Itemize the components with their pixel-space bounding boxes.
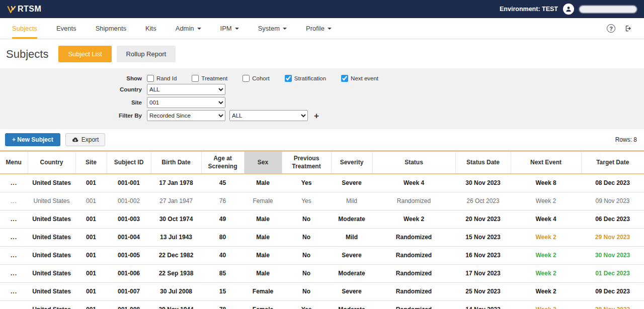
cell-menu[interactable]: ... (0, 210, 28, 228)
new-subject-button[interactable]: + New Subject (5, 133, 60, 146)
environment-label: Environment: TEST (500, 6, 558, 13)
cell-menu[interactable]: ... (0, 264, 28, 282)
checkbox[interactable] (147, 75, 154, 82)
column-header-menu[interactable]: Menu (0, 151, 28, 174)
show-option-treatment[interactable]: Treatment (192, 75, 227, 82)
nav-item-events[interactable]: Events (56, 18, 76, 39)
show-option-rand-id[interactable]: Rand Id (147, 75, 177, 82)
column-header-previous-treatment[interactable]: Previous Treatment (282, 151, 331, 174)
cell-sex: Female (244, 282, 282, 300)
cell-status-date: 16 Nov 2023 (455, 246, 511, 264)
cell-menu[interactable]: ... (0, 174, 28, 192)
nav-item-subjects[interactable]: Subjects (12, 18, 37, 39)
cell-target-date: 06 Dec 2023 (581, 210, 644, 228)
column-header-birth-date[interactable]: Birth Date (151, 151, 201, 174)
country-select[interactable]: ALL (147, 84, 225, 95)
nav-item-profile[interactable]: Profile (306, 18, 332, 39)
cell-target-date: 28 Nov 2023 (581, 300, 644, 309)
filter-by-label: Filter By (0, 113, 147, 119)
cell-country: United States (28, 192, 75, 210)
column-header-status-date[interactable]: Status Date (455, 151, 511, 174)
main-nav: SubjectsEventsShipmentsKitsAdminIPMSyste… (0, 18, 644, 39)
cell-next-event: Week 2 (511, 264, 581, 282)
column-header-target-date[interactable]: Target Date (581, 151, 644, 174)
cell-sex: Male (244, 246, 282, 264)
help-icon[interactable]: ? (607, 24, 615, 33)
show-option-next-event[interactable]: Next event (341, 75, 378, 82)
table-row: ...United States001001-00622 Sep 193885M… (0, 264, 644, 282)
tab-rollup-report[interactable]: Rollup Report (117, 46, 176, 62)
export-label: Export (82, 136, 99, 143)
show-option-stratification[interactable]: Stratification (285, 75, 326, 82)
cell-status: Randomized (372, 282, 455, 300)
cell-next-event: Week 2 (511, 192, 581, 210)
cell-country: United States (28, 228, 75, 246)
cell-status-date: 14 Nov 2023 (455, 300, 511, 309)
cell-menu[interactable]: ... (0, 228, 28, 246)
cell-prev-treatment: No (282, 282, 331, 300)
tab-subject-list[interactable]: Subject List (58, 46, 111, 62)
cell-menu[interactable]: ... (0, 246, 28, 264)
cell-site: 001 (75, 282, 107, 300)
nav-item-shipments[interactable]: Shipments (96, 18, 126, 39)
cell-birth-date: 22 Sep 1938 (151, 264, 201, 282)
cell-severity: Severe (331, 282, 372, 300)
nav-items: SubjectsEventsShipmentsKitsAdminIPMSyste… (6, 18, 345, 39)
chevron-down-icon (328, 28, 332, 30)
cell-next-event: Week 4 (511, 210, 581, 228)
nav-item-ipm[interactable]: IPM (220, 18, 239, 39)
filter-by-select[interactable]: Recorded Since (147, 110, 225, 121)
cell-menu[interactable]: ... (0, 192, 28, 210)
avatar[interactable] (563, 4, 574, 15)
cell-next-event: Week 2 (511, 246, 581, 264)
column-header-site[interactable]: Site (75, 151, 107, 174)
chevron-down-icon (235, 28, 239, 30)
column-header-status[interactable]: Status (372, 151, 455, 174)
cell-subject-id: 001-001 (107, 174, 151, 192)
nav-item-system[interactable]: System (258, 18, 287, 39)
site-select[interactable]: 001 (147, 97, 225, 108)
cell-subject-id: 001-005 (107, 246, 151, 264)
cell-status-date: 30 Nov 2023 (455, 174, 511, 192)
checkbox[interactable] (285, 75, 292, 82)
table-row: ...United States001001-00829 Nov 194478F… (0, 300, 644, 309)
chevron-down-icon (197, 28, 201, 30)
cell-age: 15 (201, 282, 244, 300)
cell-severity: Mild (331, 192, 372, 210)
cell-site: 001 (75, 264, 107, 282)
checkbox[interactable] (192, 75, 199, 82)
cell-site: 001 (75, 174, 107, 192)
cell-menu[interactable]: ... (0, 282, 28, 300)
cell-site: 001 (75, 300, 107, 309)
column-header-country[interactable]: Country (28, 151, 75, 174)
cell-menu[interactable]: ... (0, 300, 28, 309)
actions-row: + New Subject Export Rows: 8 (0, 129, 644, 150)
cell-target-date: 08 Dec 2023 (581, 174, 644, 192)
column-header-age-at-screening[interactable]: Age at Screening (201, 151, 244, 174)
cell-sex: Male (244, 174, 282, 192)
nav-item-admin[interactable]: Admin (176, 18, 201, 39)
subjects-table: MenuCountrySiteSubject IDBirth DateAge a… (0, 150, 644, 309)
checkbox[interactable] (341, 75, 348, 82)
logout-icon[interactable] (624, 25, 633, 32)
cell-prev-treatment: No (282, 210, 331, 228)
checkbox[interactable] (243, 75, 250, 82)
cell-status: Randomized (372, 264, 455, 282)
cell-subject-id: 001-003 (107, 210, 151, 228)
nav-item-kits[interactable]: Kits (145, 18, 156, 39)
column-header-sex[interactable]: Sex (244, 151, 282, 174)
cell-birth-date: 30 Oct 1974 (151, 210, 201, 228)
cell-next-event: Week 8 (511, 174, 581, 192)
cell-status: Randomized (372, 228, 455, 246)
filter-by-value-select[interactable]: ALL (229, 110, 308, 121)
add-filter-button[interactable]: + (314, 112, 319, 120)
export-button[interactable]: Export (65, 133, 106, 146)
column-header-severity[interactable]: Severity (331, 151, 372, 174)
brand-logo[interactable]: RTSM (7, 5, 41, 14)
show-option-cohort[interactable]: Cohort (243, 75, 270, 82)
cell-severity: Severe (331, 174, 372, 192)
cell-status: Randomized (372, 192, 455, 210)
country-label: Country (0, 86, 147, 92)
column-header-next-event[interactable]: Next Event (511, 151, 581, 174)
column-header-subject-id[interactable]: Subject ID (107, 151, 151, 174)
